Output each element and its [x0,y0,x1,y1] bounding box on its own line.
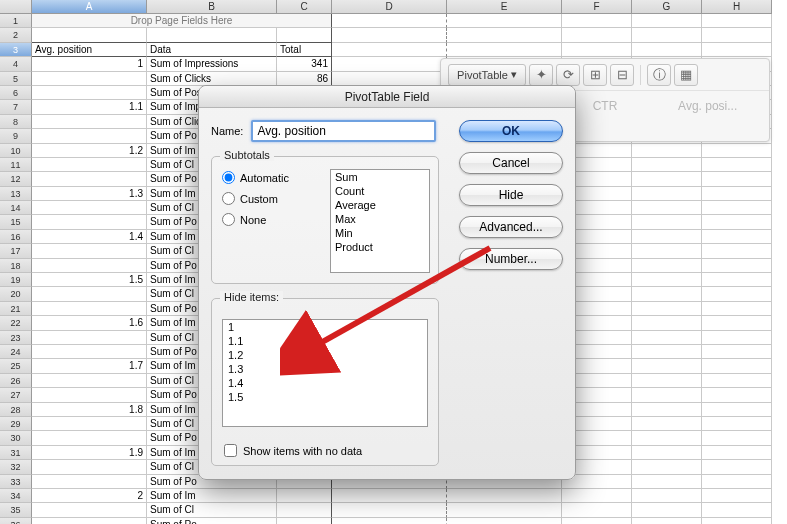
cell[interactable] [32,345,147,359]
cell[interactable] [277,518,332,524]
cell[interactable] [632,259,702,273]
cell[interactable] [702,158,772,172]
cell[interactable] [702,316,772,330]
cell[interactable] [32,28,147,42]
row-header[interactable]: 26 [0,374,32,388]
function-option[interactable]: Max [331,212,429,226]
field-list-icon[interactable]: ▦ [674,64,698,86]
row-header[interactable]: 9 [0,129,32,143]
cell[interactable] [32,475,147,489]
cell[interactable] [702,273,772,287]
cell[interactable]: 2 [32,489,147,503]
row-header[interactable]: 35 [0,503,32,517]
cell[interactable] [447,503,562,517]
show-items-no-data[interactable]: Show items with no data [224,444,362,457]
cell[interactable] [702,359,772,373]
cell[interactable] [632,388,702,402]
cell[interactable] [702,28,772,42]
cell[interactable] [632,446,702,460]
function-option[interactable]: Count [331,184,429,198]
row-header[interactable]: 8 [0,115,32,129]
row-header[interactable]: 1 [0,14,32,28]
row-header[interactable]: 10 [0,144,32,158]
cell[interactable] [632,518,702,524]
function-option[interactable]: Sum [331,170,429,184]
cell[interactable] [632,187,702,201]
cell[interactable]: Sum of Po [147,518,277,524]
cell[interactable] [702,259,772,273]
corner-cell[interactable] [0,0,32,14]
hide-item-option[interactable]: 1.5 [223,390,427,404]
number-button[interactable]: Number... [459,248,563,270]
row-header[interactable]: 23 [0,331,32,345]
cell[interactable] [702,244,772,258]
pivot-datafield-header[interactable]: Data [147,43,277,57]
cell[interactable]: 1.3 [32,187,147,201]
row-header[interactable]: 16 [0,230,32,244]
cell[interactable] [32,244,147,258]
function-option[interactable]: Product [331,240,429,254]
row-header[interactable]: 18 [0,259,32,273]
pivottable-menu-button[interactable]: PivotTable ▾ [448,64,526,86]
cell[interactable] [447,43,562,57]
row-header[interactable]: 27 [0,388,32,402]
cell[interactable] [702,230,772,244]
cell[interactable]: 1.8 [32,403,147,417]
settings-icon[interactable]: ⓘ [647,64,671,86]
cell[interactable] [32,503,147,517]
cell[interactable] [702,287,772,301]
cell[interactable] [32,72,147,86]
cell[interactable] [632,14,702,28]
cell[interactable] [702,43,772,57]
cell[interactable] [702,503,772,517]
row-header[interactable]: 19 [0,273,32,287]
cell[interactable] [562,14,632,28]
cell[interactable] [32,331,147,345]
cell[interactable] [32,215,147,229]
cell[interactable] [32,518,147,524]
cell[interactable] [702,431,772,445]
col-header-A[interactable]: A [32,0,147,14]
row-header[interactable]: 6 [0,86,32,100]
hide-item-option[interactable]: 1.3 [223,362,427,376]
cell[interactable] [32,115,147,129]
hide-item-option[interactable]: 1 [223,320,427,334]
row-header[interactable]: 32 [0,460,32,474]
cell[interactable] [702,388,772,402]
remove-field-icon[interactable]: ⊟ [610,64,634,86]
cell[interactable] [332,28,447,42]
cell[interactable]: Sum of Impressions [147,57,277,71]
cell[interactable] [702,518,772,524]
row-header[interactable]: 13 [0,187,32,201]
col-header-G[interactable]: G [632,0,702,14]
cell[interactable]: 1.5 [32,273,147,287]
row-header[interactable]: 12 [0,172,32,186]
cell[interactable] [702,446,772,460]
cell[interactable] [447,518,562,524]
col-header-F[interactable]: F [562,0,632,14]
cell[interactable]: 86 [277,72,332,86]
cell[interactable] [632,316,702,330]
pivot-total-header[interactable]: Total [277,43,332,57]
cell[interactable] [32,158,147,172]
hide-item-option[interactable]: 1.2 [223,348,427,362]
cell[interactable]: 1.1 [32,100,147,114]
cell[interactable] [632,244,702,258]
hide-item-option[interactable]: 1.1 [223,334,427,348]
row-header[interactable]: 28 [0,403,32,417]
cell[interactable] [632,144,702,158]
cell[interactable] [332,57,447,71]
cell[interactable] [147,28,277,42]
cell[interactable] [562,43,632,57]
cell[interactable] [632,417,702,431]
cell[interactable] [702,417,772,431]
cell[interactable] [632,273,702,287]
row-header[interactable]: 17 [0,244,32,258]
cell[interactable] [332,43,447,57]
row-header[interactable]: 25 [0,359,32,373]
col-header-B[interactable]: B [147,0,277,14]
cell[interactable] [702,331,772,345]
row-header[interactable]: 2 [0,28,32,42]
hide-items-list[interactable]: 11.11.21.31.41.5 [222,319,428,427]
cell[interactable] [702,144,772,158]
